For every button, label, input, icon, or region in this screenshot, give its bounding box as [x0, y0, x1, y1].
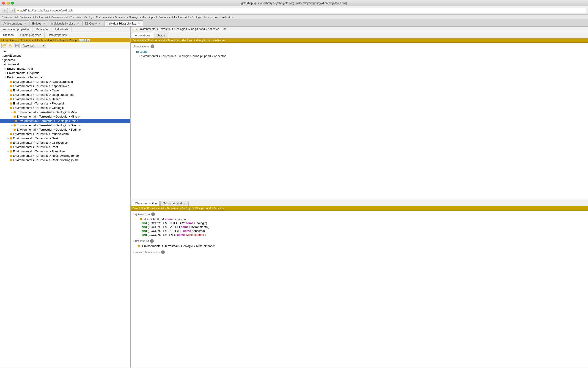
close-button[interactable] — [2, 2, 5, 5]
tab-dl-query[interactable]: DL Query × — [83, 20, 104, 26]
asserted-select[interactable]: Asserted Inferred — [21, 43, 46, 48]
class-tree[interactable]: hing .tomicElement ngineered nvironmenta… — [0, 49, 130, 368]
subtab-classes[interactable]: Classes — [0, 32, 17, 38]
left-subtabs: Annotation properties Datatypes Individu… — [0, 27, 130, 32]
breadcrumb-item[interactable]: Environmental > Terrestrial > Geologic >… — [96, 16, 157, 18]
tab-label: Active ontology — [3, 22, 22, 25]
tab-active-ontology[interactable]: Active ontology × — [1, 20, 29, 26]
tree-item-env-ter-nest[interactable]: − Environmental > Terrestrial > Nest — [0, 136, 130, 140]
tree-label: Environmental > Terrestrial > Peat — [13, 145, 58, 149]
tree-item-env-ter-plant[interactable]: − Environmental > Terrestrial > Plant li… — [0, 149, 130, 154]
breadcrumb-item[interactable]: Environmental > Terrestrial — [20, 16, 50, 18]
dash-icon: − — [11, 124, 12, 127]
hierarchy-icon-1[interactable] — [1, 43, 7, 48]
tab-individuals-by-class[interactable]: Individuals by class × — [49, 20, 82, 26]
annotations-content: Annotations + rdfs:label Environmental >… — [131, 43, 588, 200]
titlebar: gold (http://purl.obolibrary.org/obo/gol… — [0, 0, 588, 6]
tab-close-icon[interactable]: × — [98, 22, 101, 25]
tree-label: .tomicElement — [2, 54, 21, 57]
tab-close-icon[interactable]: × — [76, 22, 80, 25]
equivalent-to-block: (ECOSYSTEM some Terrestrial) and (ECOSYS… — [135, 217, 585, 237]
tab-close-icon[interactable]: × — [138, 22, 141, 25]
hierarchy-icon-2[interactable] — [8, 43, 13, 48]
tree-item-env-ter-geo-minepit-asbestos[interactable]: Environmental > Terrestrial > Geologic >… — [0, 119, 130, 123]
tab-taxon-constraints[interactable]: Taxon constraints — [160, 201, 189, 206]
breadcrumb-item[interactable]: Environmental — [2, 16, 18, 18]
back-button[interactable]: < — [2, 8, 8, 13]
class-hierarchy-label: Class hierarchy: Environmental > Terrest… — [1, 39, 77, 41]
tree-item-env-ter-oil[interactable]: − Environmental > Terrestrial > Oil rese… — [0, 140, 130, 145]
tree-item-env-ter-geo-oil[interactable]: − Environmental > Terrestrial > Geologic… — [0, 123, 130, 127]
tree-item-env-ter-rock-endo[interactable]: − Environmental > Terrestrial > Rock-dwe… — [0, 154, 130, 158]
tab-close-icon[interactable]: × — [23, 22, 27, 25]
window-controls — [2, 2, 14, 5]
annotations-bar: Annotations: Environmental > Terrestrial… — [131, 38, 588, 43]
subtab-individuals[interactable]: Individuals — [52, 27, 72, 32]
tab-close-icon[interactable]: × — [43, 22, 46, 25]
tree-item-env-ter-geo-mine[interactable]: − Environmental > Terrestrial > Geologic… — [0, 110, 130, 114]
tab-class-description[interactable]: Class description — [132, 201, 160, 206]
forward-button[interactable]: > — [9, 8, 15, 13]
tree-item-env-ter-cave[interactable]: − Environmental > Terrestrial > Cave — [0, 88, 130, 92]
tree-item-atomicelement[interactable]: .tomicElement — [0, 53, 130, 58]
address-rest: (http://purl.obolibrary.org/obo/gold.owl… — [26, 9, 73, 12]
class-dot — [10, 102, 12, 105]
tree-item-env-ter-rock-suba[interactable]: − Environmental > Terrestrial > Rock-dwe… — [0, 158, 130, 162]
dash-icon: ⊣ — [4, 76, 6, 79]
rdfs-label: rdfs:label — [136, 50, 585, 53]
subtab-object-properties[interactable]: Object properties — [17, 32, 45, 38]
tab-label: Individuals by class — [51, 22, 75, 25]
address-bar[interactable]: ◆ gold (http://purl.obolibrary.org/obo/g… — [16, 8, 586, 13]
tree-item-env-ter-geo[interactable]: − Environmental > Terrestrial > Geologic — [0, 106, 130, 110]
tree-label: Environmental > Terrestrial > Geologic >… — [17, 115, 80, 118]
subtab-data-properties[interactable]: Data properties — [45, 32, 70, 38]
tree-item-env-terrestrial[interactable]: ⊣ Environmental > Terrestrial — [0, 75, 130, 80]
tree-item-env-ter-desert[interactable]: − Environmental > Terrestrial > Desert — [0, 97, 130, 101]
general-axioms-label: General class axioms — [133, 251, 160, 254]
tree-item-env-ter-mud[interactable]: − Environmental > Terrestrial > Mud volc… — [0, 132, 130, 136]
breadcrumb-item[interactable]: Environmental > Terrestrial > Geologic >… — [159, 16, 233, 18]
subtab-annotation-properties[interactable]: Annotation properties — [0, 27, 33, 32]
tabs-bar: Active ontology × Entities × Individuals… — [0, 20, 588, 27]
tree-label: Environmental > Terrestrial > Floodplain — [13, 102, 65, 105]
subclass-of-section: SubClass Of + 'Environmental > Terrestri… — [133, 239, 585, 248]
add-annotation-button[interactable]: + — [151, 45, 154, 48]
minimize-button[interactable] — [7, 2, 10, 5]
tab-individual-hierarchy[interactable]: Individual Hierarchy Tab × — [104, 20, 143, 26]
hierarchy-icon-3[interactable] — [14, 43, 20, 48]
tree-item-env-ter-agri[interactable]: − Environmental > Terrestrial > Agricult… — [0, 80, 130, 84]
tree-item-env-aquatic[interactable]: ⊣ Environmental > Aquatic — [0, 71, 130, 75]
tab-entities[interactable]: Entities × — [29, 20, 48, 26]
dash-icon: − — [11, 111, 12, 114]
tree-item-ngineered[interactable]: ngineered — [0, 58, 130, 62]
tree-label: Environmental > Aquatic — [7, 71, 39, 75]
tree-item-nvironmental[interactable]: nvironmental — [0, 62, 130, 66]
dash-icon: − — [7, 150, 9, 153]
tree-item-env-ter-deep[interactable]: − Environmental > Terrestrial > Deep sub… — [0, 92, 130, 97]
equivalent-to-label: Equivalent To — [133, 213, 150, 216]
tree-item-env-ter-flood[interactable]: − Environmental > Terrestrial > Floodpla… — [0, 101, 130, 106]
tree-item-env-ter-peat[interactable]: − Environmental > Terrestrial > Peat — [0, 145, 130, 149]
tree-item-env-ter-geo-sed[interactable]: − Environmental > Terrestrial > Geologic… — [0, 127, 130, 132]
class-dot — [14, 116, 16, 118]
add-axiom-button[interactable]: + — [161, 250, 165, 254]
tree-label: Environmental > Terrestrial > Geologic >… — [17, 110, 77, 114]
tree-item-env-ter-geo-minepit[interactable]: − Environmental > Terrestrial > Geologic… — [0, 114, 130, 119]
tree-item-env-ter-asphalt[interactable]: − Environmental > Terrestrial > Asphalt … — [0, 84, 130, 88]
subclass-value: 'Environmental > Terrestrial > Geologic … — [142, 244, 215, 248]
tree-item-env-air[interactable]: ⊣ Environmental > Air — [0, 66, 130, 71]
dash-icon: − — [7, 85, 9, 88]
tab-annotations[interactable]: Annotations — [132, 33, 153, 38]
breadcrumb-item[interactable]: Environmental > Terrestrial > Geologic — [52, 16, 94, 18]
add-subclass-button[interactable]: + — [150, 239, 154, 243]
window-title: gold (http://purl.obolibrary.org/obo/gol… — [241, 2, 347, 5]
eq-dot — [140, 218, 142, 220]
general-axioms-section: General class axioms + — [133, 250, 585, 254]
add-equivalent-button[interactable]: + — [151, 212, 155, 216]
maximize-button[interactable] — [11, 2, 14, 5]
tree-item-hing[interactable]: hing — [0, 49, 130, 53]
class-dot — [10, 146, 12, 148]
tab-usage[interactable]: Usage — [154, 33, 168, 38]
left-panel: Annotation properties Datatypes Individu… — [0, 27, 131, 368]
subtab-datatypes[interactable]: Datatypes — [33, 27, 52, 32]
